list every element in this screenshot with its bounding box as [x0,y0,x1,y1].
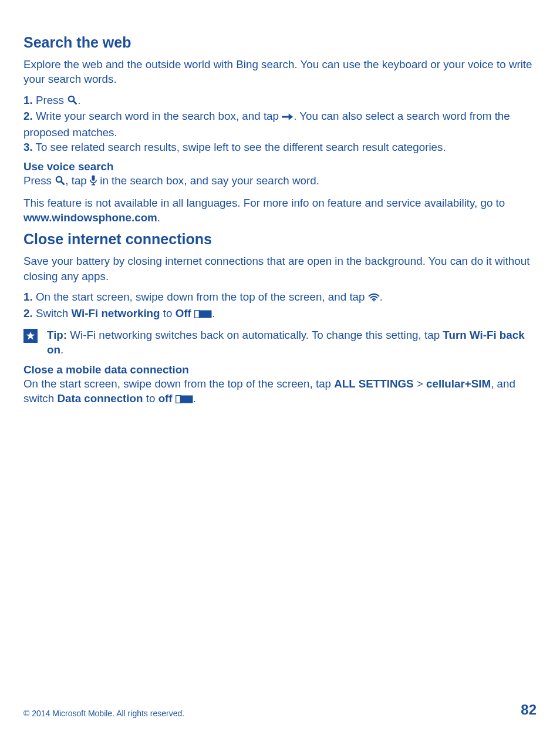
star-tip-icon [23,329,38,343]
wifi-icon [368,291,380,305]
page-number: 82 [521,702,537,718]
close-intro: Save your battery by closing internet co… [23,254,537,284]
mobile-f: to [143,392,158,405]
toggle-off-icon [194,307,212,322]
step2-text-a: Write your search word in the search box… [33,110,282,122]
avail-a: This feature is not available in all lan… [23,197,505,209]
step3-text-a: To see related search results, swipe lef… [33,141,446,153]
search-icon [67,94,77,109]
search-steps: 1. Press . 2. Write your search word in … [23,93,537,155]
tip-text: Tip: Wi-Fi networking switches back on a… [47,328,537,358]
close-mobile-line: On the start screen, swipe down from the… [23,376,537,407]
svg-marker-3 [289,113,294,120]
close-step1-b: . [380,291,383,303]
voice-a: Press [23,174,55,187]
svg-point-9 [373,300,375,302]
arrow-right-icon [282,110,294,124]
search-icon [55,174,65,189]
tip-a: Wi-Fi networking switches back on automa… [67,329,443,341]
tip-label: Tip: [47,329,67,341]
step1-text-a: Press [33,94,67,106]
windowsphone-link[interactable]: www.windowsphone.com [23,211,157,224]
mobile-i: . [193,392,196,405]
data-connection-label: Data connection [57,392,143,405]
svg-rect-13 [176,396,180,403]
svg-line-1 [73,101,76,104]
svg-rect-6 [92,176,95,181]
off-label-2: off [158,392,173,405]
cellular-sim-label: cellular+SIM [426,378,491,390]
tip-c: . [60,343,63,356]
toggle-off-icon [176,392,193,407]
all-settings-label: ALL SETTINGS [334,378,413,390]
availability-note: This feature is not available in all lan… [23,196,537,225]
off-label: Off [176,307,191,319]
step1-text-b: . [77,94,80,106]
voice-c: in the search box, and say your search w… [97,174,319,187]
search-intro: Explore the web and the outside world wi… [23,57,537,87]
close-step2-f: . [212,307,215,319]
close-step-number-1: 1. [23,291,33,303]
svg-marker-12 [26,332,35,340]
mobile-gt: > [414,378,426,390]
svg-rect-10 [195,310,200,318]
mobile-a: On the start screen, swipe down from the… [23,378,334,390]
tip-row: Tip: Wi-Fi networking switches back on a… [23,328,537,358]
close-step2-c: to [160,307,176,319]
close-step-number-2: 2. [23,307,33,319]
close-step1-a: On the start screen, swipe down from the… [33,291,368,303]
close-steps: 1. On the start screen, swipe down from … [23,289,537,322]
voice-b: , tap [65,174,90,187]
microphone-icon [90,174,97,189]
step-number-2: 2. [23,110,33,122]
wifi-networking-label: Wi-Fi networking [71,307,160,319]
avail-b: . [157,211,160,224]
voice-search-line: Press , tap in the search box, and say y… [23,173,537,189]
page-footer: © 2014 Microsoft Mobile. All rights rese… [23,702,537,718]
subheading-close-mobile-data: Close a mobile data connection [23,363,537,376]
heading-search-the-web: Search the web [23,34,537,51]
copyright-text: © 2014 Microsoft Mobile. All rights rese… [23,709,184,718]
svg-rect-11 [200,310,212,318]
heading-close-internet-connections: Close internet connections [23,231,537,248]
svg-line-5 [61,181,64,184]
subheading-use-voice-search: Use voice search [23,160,537,173]
step-number-3: 3. [23,141,33,153]
svg-rect-14 [180,396,193,403]
close-step2-a: Switch [33,307,72,319]
step-number-1: 1. [23,94,33,106]
